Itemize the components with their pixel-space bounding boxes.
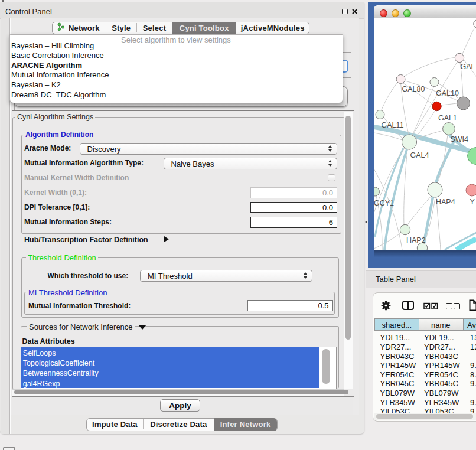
svg-text:GAL10: GAL10: [435, 89, 458, 97]
svg-text:GAL7: GAL7: [460, 63, 476, 71]
svg-text:GAL11: GAL11: [381, 121, 403, 129]
svg-text:GAL80: GAL80: [402, 85, 425, 93]
svg-text:SWI4: SWI4: [450, 135, 468, 144]
svg-text:GAL1: GAL1: [438, 114, 457, 122]
svg-text:GCY1: GCY1: [374, 199, 394, 207]
svg-text:GAL4: GAL4: [410, 151, 429, 159]
svg-text:Y: Y: [470, 198, 475, 206]
svg-text:HAP4: HAP4: [435, 198, 455, 206]
svg-text:HAP2: HAP2: [406, 236, 426, 244]
